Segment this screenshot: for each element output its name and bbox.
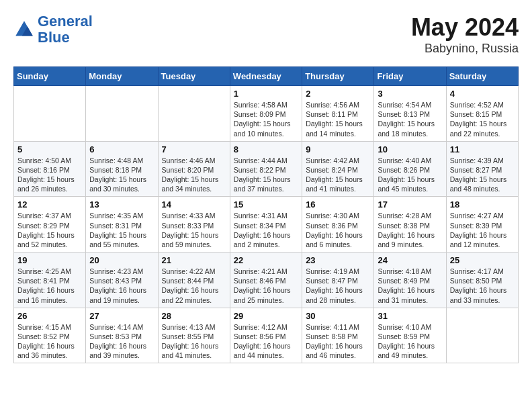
day-number: 3 [378, 89, 442, 99]
calendar-cell: 27Sunrise: 4:14 AM Sunset: 8:53 PM Dayli… [86, 308, 158, 363]
calendar-week-row: 26Sunrise: 4:15 AM Sunset: 8:52 PM Dayli… [14, 308, 519, 363]
calendar-cell: 8Sunrise: 4:44 AM Sunset: 8:22 PM Daylig… [230, 141, 302, 197]
day-number: 11 [450, 144, 515, 154]
day-info: Sunrise: 4:19 AM Sunset: 8:47 PM Dayligh… [306, 267, 370, 305]
logo-line2: Blue [38, 29, 70, 46]
weekday-header-thursday: Thursday [302, 67, 374, 86]
day-info: Sunrise: 4:37 AM Sunset: 8:29 PM Dayligh… [17, 211, 82, 249]
day-number: 2 [306, 89, 370, 99]
weekday-header-monday: Monday [86, 67, 158, 86]
day-number: 30 [306, 311, 370, 321]
calendar-cell: 6Sunrise: 4:48 AM Sunset: 8:18 PM Daylig… [86, 141, 158, 197]
calendar-week-row: 1Sunrise: 4:58 AM Sunset: 8:09 PM Daylig… [14, 86, 519, 142]
calendar-cell: 15Sunrise: 4:31 AM Sunset: 8:34 PM Dayli… [230, 197, 302, 253]
day-number: 14 [162, 199, 226, 210]
day-info: Sunrise: 4:58 AM Sunset: 8:09 PM Dayligh… [234, 100, 298, 138]
day-number: 22 [234, 255, 298, 265]
calendar-cell: 19Sunrise: 4:25 AM Sunset: 8:41 PM Dayli… [14, 253, 86, 308]
day-info: Sunrise: 4:44 AM Sunset: 8:22 PM Dayligh… [234, 156, 298, 194]
calendar-cell: 2Sunrise: 4:56 AM Sunset: 8:11 PM Daylig… [302, 86, 374, 142]
day-info: Sunrise: 4:13 AM Sunset: 8:55 PM Dayligh… [162, 322, 226, 361]
calendar-cell: 7Sunrise: 4:46 AM Sunset: 8:20 PM Daylig… [158, 141, 230, 197]
calendar-cell: 18Sunrise: 4:27 AM Sunset: 8:39 PM Dayli… [446, 197, 518, 253]
calendar-cell: 13Sunrise: 4:35 AM Sunset: 8:31 PM Dayli… [86, 197, 158, 253]
day-number: 7 [162, 144, 226, 154]
calendar-cell [446, 308, 518, 363]
day-number: 5 [17, 144, 82, 154]
day-info: Sunrise: 4:40 AM Sunset: 8:26 PM Dayligh… [378, 156, 442, 194]
weekday-header-sunday: Sunday [14, 67, 86, 86]
day-info: Sunrise: 4:15 AM Sunset: 8:52 PM Dayligh… [17, 322, 82, 361]
calendar-cell: 20Sunrise: 4:23 AM Sunset: 8:43 PM Dayli… [86, 253, 158, 308]
day-info: Sunrise: 4:54 AM Sunset: 8:13 PM Dayligh… [378, 100, 442, 138]
calendar-cell: 31Sunrise: 4:10 AM Sunset: 8:59 PM Dayli… [374, 308, 446, 363]
calendar-cell: 21Sunrise: 4:22 AM Sunset: 8:44 PM Dayli… [158, 253, 230, 308]
calendar-cell [14, 86, 86, 142]
day-info: Sunrise: 4:39 AM Sunset: 8:27 PM Dayligh… [450, 156, 515, 194]
calendar-cell: 1Sunrise: 4:58 AM Sunset: 8:09 PM Daylig… [230, 86, 302, 142]
calendar-cell: 14Sunrise: 4:33 AM Sunset: 8:33 PM Dayli… [158, 197, 230, 253]
day-number: 10 [378, 144, 442, 154]
calendar-week-row: 5Sunrise: 4:50 AM Sunset: 8:16 PM Daylig… [14, 141, 519, 197]
day-number: 21 [162, 255, 226, 265]
calendar-cell: 11Sunrise: 4:39 AM Sunset: 8:27 PM Dayli… [446, 141, 518, 197]
day-number: 15 [234, 199, 298, 210]
calendar-week-row: 12Sunrise: 4:37 AM Sunset: 8:29 PM Dayli… [14, 197, 519, 253]
calendar-cell: 23Sunrise: 4:19 AM Sunset: 8:47 PM Dayli… [302, 253, 374, 308]
calendar-cell: 30Sunrise: 4:11 AM Sunset: 8:58 PM Dayli… [302, 308, 374, 363]
logo: General Blue [13, 13, 93, 46]
day-number: 24 [378, 255, 442, 265]
weekday-header-row: SundayMondayTuesdayWednesdayThursdayFrid… [14, 67, 519, 86]
day-info: Sunrise: 4:50 AM Sunset: 8:16 PM Dayligh… [17, 156, 82, 194]
day-info: Sunrise: 4:31 AM Sunset: 8:34 PM Dayligh… [234, 211, 298, 249]
day-info: Sunrise: 4:23 AM Sunset: 8:43 PM Dayligh… [89, 267, 154, 305]
day-number: 29 [234, 311, 298, 321]
day-number: 8 [234, 144, 298, 154]
calendar-table: SundayMondayTuesdayWednesdayThursdayFrid… [13, 66, 519, 363]
day-number: 12 [17, 199, 82, 210]
day-info: Sunrise: 4:48 AM Sunset: 8:18 PM Dayligh… [89, 156, 154, 194]
day-number: 9 [306, 144, 370, 154]
day-info: Sunrise: 4:17 AM Sunset: 8:50 PM Dayligh… [450, 267, 515, 305]
calendar-cell [158, 86, 230, 142]
title-block: May 2024 Babynino, Russia [411, 13, 519, 56]
day-info: Sunrise: 4:52 AM Sunset: 8:15 PM Dayligh… [450, 100, 515, 138]
weekday-header-saturday: Saturday [446, 67, 518, 86]
day-info: Sunrise: 4:35 AM Sunset: 8:31 PM Dayligh… [89, 211, 154, 249]
page-header: General Blue May 2024 Babynino, Russia [13, 13, 519, 56]
day-number: 19 [17, 255, 82, 265]
calendar-cell: 4Sunrise: 4:52 AM Sunset: 8:15 PM Daylig… [446, 86, 518, 142]
day-number: 23 [306, 255, 370, 265]
weekday-header-wednesday: Wednesday [230, 67, 302, 86]
calendar-cell: 24Sunrise: 4:18 AM Sunset: 8:49 PM Dayli… [374, 253, 446, 308]
day-number: 20 [89, 255, 154, 265]
day-info: Sunrise: 4:33 AM Sunset: 8:33 PM Dayligh… [162, 211, 226, 249]
day-number: 6 [89, 144, 154, 154]
day-info: Sunrise: 4:22 AM Sunset: 8:44 PM Dayligh… [162, 267, 226, 305]
calendar-cell: 12Sunrise: 4:37 AM Sunset: 8:29 PM Dayli… [14, 197, 86, 253]
day-info: Sunrise: 4:25 AM Sunset: 8:41 PM Dayligh… [17, 267, 82, 305]
day-info: Sunrise: 4:12 AM Sunset: 8:56 PM Dayligh… [234, 322, 298, 361]
calendar-week-row: 19Sunrise: 4:25 AM Sunset: 8:41 PM Dayli… [14, 253, 519, 308]
day-info: Sunrise: 4:14 AM Sunset: 8:53 PM Dayligh… [89, 322, 154, 361]
day-number: 13 [89, 199, 154, 210]
day-info: Sunrise: 4:56 AM Sunset: 8:11 PM Dayligh… [306, 100, 370, 138]
day-info: Sunrise: 4:11 AM Sunset: 8:58 PM Dayligh… [306, 322, 370, 361]
day-number: 17 [378, 199, 442, 210]
day-info: Sunrise: 4:21 AM Sunset: 8:46 PM Dayligh… [234, 267, 298, 305]
day-info: Sunrise: 4:28 AM Sunset: 8:38 PM Dayligh… [378, 211, 442, 249]
logo-line1: General [38, 13, 93, 30]
day-info: Sunrise: 4:10 AM Sunset: 8:59 PM Dayligh… [378, 322, 442, 361]
day-info: Sunrise: 4:30 AM Sunset: 8:36 PM Dayligh… [306, 211, 370, 249]
calendar-cell: 5Sunrise: 4:50 AM Sunset: 8:16 PM Daylig… [14, 141, 86, 197]
logo-text: General Blue [38, 13, 93, 46]
day-info: Sunrise: 4:42 AM Sunset: 8:24 PM Dayligh… [306, 156, 370, 194]
calendar-cell: 3Sunrise: 4:54 AM Sunset: 8:13 PM Daylig… [374, 86, 446, 142]
day-number: 4 [450, 89, 515, 99]
calendar-cell: 9Sunrise: 4:42 AM Sunset: 8:24 PM Daylig… [302, 141, 374, 197]
day-info: Sunrise: 4:27 AM Sunset: 8:39 PM Dayligh… [450, 211, 515, 249]
day-number: 26 [17, 311, 82, 321]
calendar-cell: 17Sunrise: 4:28 AM Sunset: 8:38 PM Dayli… [374, 197, 446, 253]
calendar-cell: 25Sunrise: 4:17 AM Sunset: 8:50 PM Dayli… [446, 253, 518, 308]
day-number: 28 [162, 311, 226, 321]
